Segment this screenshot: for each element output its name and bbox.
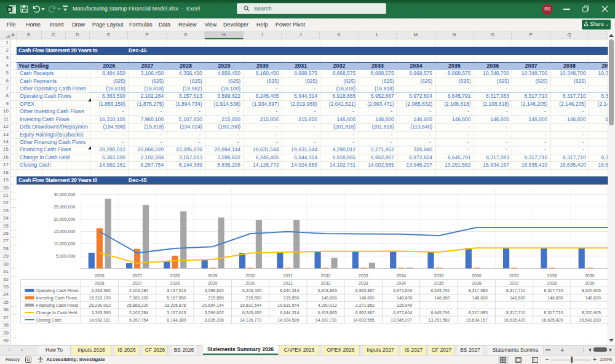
svg-text:146,600: 146,600	[396, 295, 411, 299]
svg-text:8,317,083: 8,317,083	[468, 288, 487, 292]
svg-text:20,694,144: 20,694,144	[202, 303, 223, 307]
svg-text:6,363,590: 6,363,590	[91, 310, 110, 314]
svg-text:Financing Cash Flows: Financing Cash Flows	[36, 303, 78, 307]
svg-text:2036: 2036	[472, 281, 482, 285]
svg-text:16,635,420: 16,635,420	[504, 317, 525, 322]
svg-text:2039: 2039	[584, 274, 594, 278]
svg-text:2,271,852: 2,271,852	[355, 303, 374, 307]
svg-text:3,599,622: 3,599,622	[204, 288, 223, 292]
svg-text:2037: 2037	[509, 274, 519, 278]
svg-text:6,918,865: 6,918,865	[317, 310, 336, 314]
svg-text:146,600: 146,600	[434, 295, 450, 299]
svg-text:6,644,314: 6,644,314	[280, 310, 299, 314]
svg-text:16,310,100: 16,310,100	[89, 295, 110, 299]
svg-text:2034: 2034	[396, 274, 406, 278]
svg-text:15,000,000: 15,000,000	[54, 229, 75, 234]
svg-text:146,600: 146,600	[359, 295, 374, 299]
svg-text:8,835,206: 8,835,206	[204, 317, 223, 322]
svg-text:14,126,772: 14,126,772	[240, 317, 261, 322]
svg-text:25,000,000: 25,000,000	[54, 205, 75, 209]
svg-text:2030: 2030	[245, 274, 255, 278]
svg-text:20,000,000: 20,000,000	[54, 217, 75, 221]
svg-text:14,002,555: 14,002,555	[352, 317, 374, 322]
svg-text:16,634,167: 16,634,167	[466, 317, 487, 322]
svg-text:X: X	[8, 7, 12, 12]
svg-text:6,972,604: 6,972,604	[393, 288, 412, 292]
svg-text:2034: 2034	[396, 281, 406, 285]
svg-text:19,631,544: 19,631,544	[277, 303, 299, 307]
svg-text:2037: 2037	[509, 281, 519, 285]
svg-text:2039: 2039	[584, 281, 594, 285]
svg-text:8,320,905: 8,320,905	[581, 310, 600, 314]
svg-text:6,952,867: 6,952,867	[355, 310, 374, 314]
svg-text:8,317,710: 8,317,710	[544, 288, 563, 292]
svg-text:7,960,100: 7,960,100	[129, 295, 148, 299]
svg-text:3,157,613: 3,157,613	[167, 288, 186, 292]
svg-text:6,644,314: 6,644,314	[280, 288, 299, 292]
svg-text:2033: 2033	[359, 281, 368, 285]
svg-text:215,850: 215,850	[245, 295, 261, 299]
svg-text:2,102,284: 2,102,284	[129, 310, 148, 314]
svg-text:8,317,710: 8,317,710	[544, 310, 563, 314]
svg-text:2036: 2036	[472, 274, 482, 278]
svg-text:326,940: 326,940	[396, 303, 411, 307]
svg-text:146,600: 146,600	[585, 295, 600, 299]
svg-text:23,205,876: 23,205,876	[164, 303, 186, 307]
svg-text:146,600: 146,600	[509, 295, 525, 299]
svg-text:14,102,731: 14,102,731	[315, 317, 336, 322]
svg-text:6,245,405: 6,245,405	[242, 288, 261, 292]
svg-text:6,245,405: 6,245,405	[242, 310, 261, 314]
svg-text:2026: 2026	[95, 281, 105, 285]
svg-text:6,645,791: 6,645,791	[430, 288, 450, 292]
svg-text:146,600: 146,600	[321, 295, 336, 299]
svg-text:2033: 2033	[359, 274, 368, 278]
svg-text:6,972,604: 6,972,604	[393, 310, 412, 314]
svg-text:14,992,181: 14,992,181	[89, 317, 110, 322]
svg-text:146,600: 146,600	[547, 295, 563, 299]
svg-text:2038: 2038	[547, 281, 557, 285]
svg-text:2029: 2029	[207, 281, 217, 285]
svg-text:4,290,012: 4,290,012	[317, 303, 336, 307]
svg-text:16,635,420: 16,635,420	[541, 317, 563, 322]
svg-text:5,000,000: 5,000,000	[56, 254, 75, 258]
svg-text:2027: 2027	[132, 274, 142, 278]
svg-text:2031: 2031	[283, 281, 293, 285]
svg-text:2028: 2028	[170, 281, 180, 285]
svg-text:2035: 2035	[434, 281, 443, 285]
svg-text:3,157,613: 3,157,613	[167, 310, 186, 314]
svg-text:8,317,710: 8,317,710	[506, 310, 525, 314]
svg-text:8,144,389: 8,144,389	[167, 317, 186, 322]
svg-text:2029: 2029	[207, 274, 217, 278]
svg-text:13,945,207: 13,945,207	[391, 317, 412, 322]
svg-text:8,317,710: 8,317,710	[506, 288, 525, 292]
svg-text:146,600: 146,600	[472, 295, 487, 299]
svg-text:8,320,905: 8,320,905	[581, 288, 600, 292]
svg-text:5,167,850: 5,167,850	[167, 295, 186, 299]
svg-text:10,000,000: 10,000,000	[54, 242, 75, 246]
svg-text:2,102,284: 2,102,284	[129, 288, 148, 292]
svg-text:Change In Cash Held: Change In Cash Held	[36, 310, 77, 315]
svg-text:13,291,582: 13,291,582	[428, 317, 450, 322]
svg-text:2032: 2032	[320, 274, 330, 278]
svg-text:19,631,544: 19,631,544	[240, 303, 261, 307]
svg-text:3,599,622: 3,599,622	[204, 310, 223, 314]
svg-text:2031: 2031	[283, 274, 293, 278]
svg-text:2038: 2038	[547, 274, 557, 278]
svg-text:14,924,589: 14,924,589	[277, 317, 299, 322]
svg-text:6,363,590: 6,363,590	[91, 288, 110, 292]
svg-text:2028: 2028	[170, 274, 180, 278]
svg-text:6,645,791: 6,645,791	[430, 310, 450, 314]
svg-text:Closing Cash: Closing Cash	[36, 317, 62, 322]
svg-text:2035: 2035	[434, 274, 443, 278]
svg-text:2032: 2032	[320, 281, 330, 285]
svg-text:Operating Cash Flows: Operating Cash Flows	[36, 288, 79, 293]
svg-text:6,267,754: 6,267,754	[129, 317, 148, 322]
svg-text:Investing Cash Flows: Investing Cash Flows	[36, 295, 77, 300]
svg-text:25,868,220: 25,868,220	[127, 303, 148, 307]
svg-text:6,918,865: 6,918,865	[317, 288, 336, 292]
svg-text:28,290,012: 28,290,012	[89, 303, 110, 307]
svg-text:2027: 2027	[132, 281, 142, 285]
svg-text:30,000,000: 30,000,000	[54, 192, 75, 197]
svg-text:2030: 2030	[245, 281, 255, 285]
svg-text:215,850: 215,850	[284, 295, 299, 299]
